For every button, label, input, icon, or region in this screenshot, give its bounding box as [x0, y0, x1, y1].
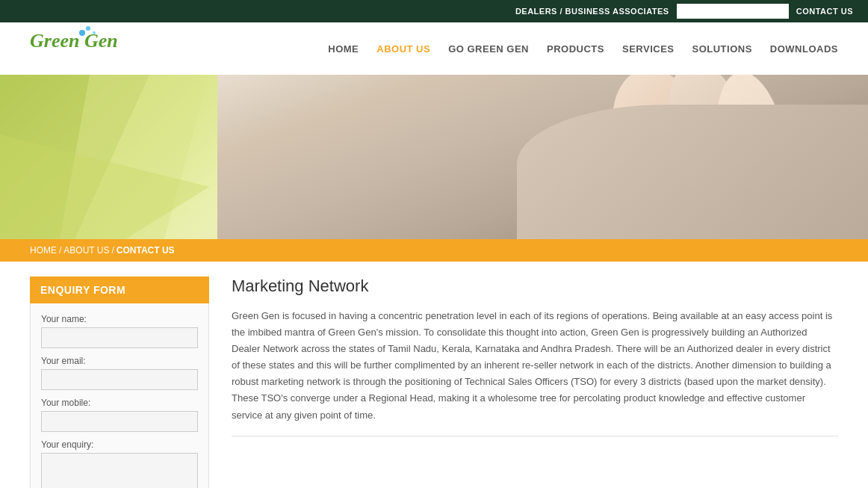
- nav-item-go-green[interactable]: GO GREEN GEN: [448, 43, 529, 55]
- email-label: Your email:: [41, 356, 198, 366]
- main-nav: HOME ABOUT US GO GREEN GEN PRODUCTS SERV…: [328, 43, 838, 55]
- enquiry-form-title: ENQUIRY FORM: [30, 277, 209, 303]
- search-input[interactable]: [677, 4, 789, 19]
- email-input[interactable]: [41, 369, 198, 390]
- nav-item-downloads[interactable]: DOWNLOADS: [770, 43, 838, 55]
- hero-photo: [217, 75, 869, 239]
- mobile-input[interactable]: [41, 411, 198, 432]
- nav-item-about[interactable]: ABOUT US: [376, 43, 430, 55]
- breadcrumb-sep1: /: [59, 245, 61, 256]
- breadcrumb-sep2: /: [111, 245, 114, 256]
- hero-banner: [0, 75, 868, 239]
- name-input[interactable]: [41, 327, 198, 348]
- contact-us-label[interactable]: CONTACT US: [796, 7, 853, 16]
- nav-item-solutions[interactable]: SOLUTIONS: [692, 43, 751, 55]
- name-label: Your name:: [41, 314, 198, 324]
- nav-item-home[interactable]: HOME: [328, 43, 359, 55]
- content-title: Marketing Network: [232, 277, 838, 296]
- content-divider: [232, 436, 838, 436]
- nav-item-services[interactable]: SERVICES: [622, 43, 675, 55]
- dealers-label: DEALERS / BUSINESS ASSOCIATES: [515, 7, 669, 16]
- enquiry-textarea[interactable]: [41, 453, 198, 488]
- nav-item-products[interactable]: PRODUCTS: [547, 43, 604, 55]
- header: Green Gen HOME ABOUT US GO GREEN GEN PRO…: [0, 22, 868, 75]
- top-bar: DEALERS / BUSINESS ASSOCIATES CONTACT US: [0, 0, 868, 22]
- enquiry-label: Your enquiry:: [41, 439, 198, 450]
- bubble-icon: [93, 31, 96, 34]
- breadcrumb-home[interactable]: HOME: [30, 245, 57, 256]
- palm-shape: [517, 105, 868, 239]
- enquiry-form-body: Your name: Your email: Your mobile: Your…: [30, 303, 209, 488]
- breadcrumb-current: CONTACT US: [117, 245, 175, 256]
- content-area: Marketing Network Green Gen is focused i…: [232, 277, 838, 488]
- breadcrumb: HOME / ABOUT US / CONTACT US: [0, 239, 868, 262]
- mobile-label: Your mobile:: [41, 398, 198, 408]
- logo-image: Green Gen: [30, 30, 149, 67]
- breadcrumb-about[interactable]: ABOUT US: [63, 245, 109, 256]
- logo-text: Green Gen: [30, 30, 118, 52]
- logo: Green Gen: [30, 30, 149, 67]
- sidebar: ENQUIRY FORM Your name: Your email: Your…: [30, 277, 209, 488]
- main-content: ENQUIRY FORM Your name: Your email: Your…: [0, 262, 868, 488]
- content-body: Green Gen is focused in having a concent…: [232, 308, 838, 424]
- bubble-icon: [86, 26, 90, 31]
- bubble-icon: [79, 30, 85, 36]
